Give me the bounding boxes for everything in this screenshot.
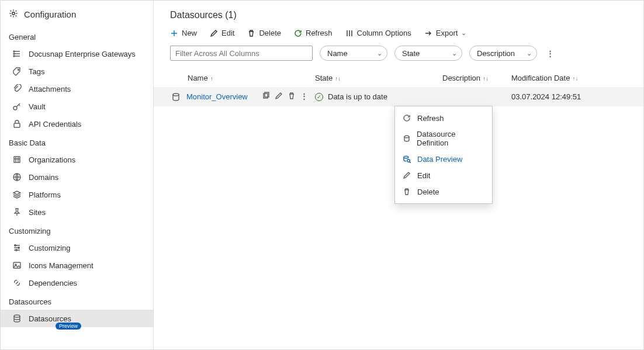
filter-pill-name[interactable]: Name ⌄ [320, 46, 387, 61]
preview-badge: Preview [56, 323, 81, 330]
new-button[interactable]: New [170, 29, 197, 37]
ctx-edit[interactable]: Edit [395, 167, 492, 183]
ctx-label: Edit [417, 171, 430, 180]
section-custom: Customizing [1, 221, 153, 239]
nav-gateways[interactable]: Docusnap Enterprise Gateways [1, 45, 153, 63]
filter-pill-label: Name [327, 49, 348, 58]
header-name-label: Name [188, 74, 208, 82]
nav-platforms[interactable]: Platforms [1, 186, 153, 203]
header-name[interactable]: Name↑ [188, 74, 315, 82]
pencil-icon [210, 29, 218, 37]
svg-point-20 [407, 160, 410, 162]
nav-label: Vault [29, 102, 145, 111]
nav-label: Tags [29, 67, 145, 76]
database-icon [12, 314, 22, 323]
svg-point-14 [14, 315, 20, 317]
header-state[interactable]: State↑↓ [315, 74, 442, 82]
tags-icon [12, 67, 22, 76]
pencil-icon[interactable] [275, 92, 283, 102]
key-icon [12, 102, 22, 111]
config-header: Configuration [1, 9, 153, 27]
plus-icon [170, 29, 178, 37]
nav-label: Customizing [29, 244, 145, 252]
nav-label: Icons Management [29, 261, 145, 270]
row-date: 03.07.2024 12:49:51 [511, 92, 643, 101]
row-name-link[interactable]: Monitor_Overview [186, 92, 248, 101]
globe-icon [12, 172, 22, 182]
nav-datasources[interactable]: Datasources Preview [1, 310, 153, 327]
chevron-down-icon: ⌄ [527, 50, 532, 57]
export-icon [424, 29, 432, 37]
ctx-label: Data Preview [417, 155, 462, 164]
ctx-data-preview[interactable]: Data Preview [395, 151, 492, 167]
nav-label: Organizations [29, 155, 145, 164]
nav-vault[interactable]: Vault [1, 98, 153, 115]
trash-icon [402, 187, 411, 196]
main: Datasources (1) New Edit Delete Refresh … [154, 1, 643, 349]
nav-dependencies[interactable]: Dependencies [1, 274, 153, 292]
nav-api[interactable]: API Credentials [1, 115, 153, 133]
nav-label: Domains [29, 173, 145, 182]
page-title: Datasources (1) [154, 10, 643, 29]
section-general: General [1, 27, 153, 45]
nav-label: Datasources [29, 314, 145, 323]
chevron-down-icon: ⌄ [452, 50, 457, 57]
toolbar: New Edit Delete Refresh Column Options E… [154, 29, 643, 46]
chevron-down-icon: ⌄ [377, 50, 382, 57]
export-button[interactable]: Export ⌄ [424, 29, 467, 37]
nav-attachments[interactable]: Attachments [1, 80, 153, 98]
ctx-refresh[interactable]: Refresh [395, 110, 492, 126]
sort-icon: ↑↓ [572, 75, 578, 82]
filter-pill-state[interactable]: State ⌄ [394, 46, 462, 61]
trash-icon [247, 29, 255, 37]
svg-point-19 [404, 156, 408, 158]
nav-label: Dependencies [29, 279, 145, 287]
ctx-definition[interactable]: Datasource Definition [395, 126, 492, 151]
nav-tags[interactable]: Tags [1, 63, 153, 80]
chevron-down-icon: ⌄ [461, 29, 466, 37]
copy-icon[interactable] [262, 92, 270, 102]
nav-customizing[interactable]: Customizing [1, 239, 153, 257]
svg-point-4 [18, 70, 19, 71]
header-desc-label: Description [442, 74, 480, 82]
more-icon[interactable]: ⋮ [300, 92, 308, 102]
trash-icon[interactable] [288, 92, 296, 102]
datasource-icon [171, 92, 181, 102]
edit-button[interactable]: Edit [210, 29, 234, 37]
table-row[interactable]: Monitor_Overview ⋮ ✓ Data is up to date … [154, 87, 643, 106]
org-icon [12, 155, 22, 164]
nav-organizations[interactable]: Organizations [1, 151, 153, 168]
nav-label: Platforms [29, 190, 145, 199]
columns-button[interactable]: Column Options [345, 29, 411, 37]
header-description[interactable]: Description↑↓ [442, 74, 511, 82]
refresh-label: Refresh [306, 29, 333, 37]
svg-rect-12 [13, 262, 20, 268]
nav-label: Sites [29, 208, 145, 217]
svg-rect-16 [264, 93, 268, 98]
ctx-label: Datasource Definition [417, 130, 485, 147]
columns-label: Column Options [357, 29, 411, 37]
ctx-label: Delete [417, 188, 439, 196]
header-date[interactable]: Modification Date↑↓ [511, 74, 643, 82]
sort-icon: ↑↓ [335, 75, 341, 82]
nav-sites[interactable]: Sites [1, 203, 153, 221]
svg-point-15 [173, 93, 179, 96]
pencil-icon [402, 171, 411, 180]
status-ok-icon: ✓ [315, 93, 323, 101]
ctx-delete[interactable]: Delete [395, 183, 492, 200]
filter-input[interactable] [170, 46, 313, 61]
nav-domains[interactable]: Domains [1, 168, 153, 186]
delete-button[interactable]: Delete [247, 29, 281, 37]
refresh-icon [294, 29, 302, 37]
delete-label: Delete [259, 29, 281, 37]
filter-pill-description[interactable]: Description ⌄ [469, 46, 537, 61]
ctx-label: Refresh [417, 114, 444, 123]
more-filters-button[interactable]: ⋮ [544, 49, 556, 58]
image-icon [12, 261, 22, 270]
section-basic: Basic Data [1, 133, 153, 151]
definition-icon [402, 134, 411, 143]
export-label: Export [436, 29, 458, 37]
header-date-label: Modification Date [511, 74, 570, 82]
nav-icons[interactable]: Icons Management [1, 257, 153, 274]
refresh-button[interactable]: Refresh [294, 29, 333, 37]
